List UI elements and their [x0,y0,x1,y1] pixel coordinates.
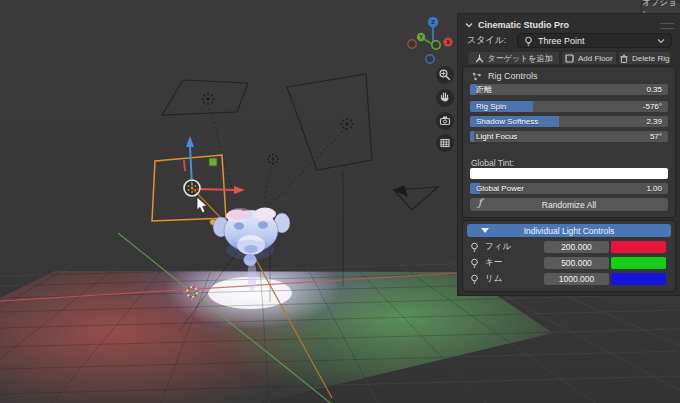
style-label: スタイル: [467,34,517,47]
svg-text:Y: Y [419,34,423,40]
lightbulb-icon [524,36,533,46]
shadow-softness-label: Shadow Softness [476,116,538,127]
panel-header[interactable]: Cinematic Studio Pro [465,18,673,31]
global-tint-label: Global Tint: [471,158,514,168]
gizmo-red-tick[interactable] [184,160,185,171]
zoom-tool-icon[interactable] [436,66,454,84]
rim-light-row: リム 1000.000 [470,273,668,285]
cinematic-studio-panel: Cinematic Studio Pro スタイル: Three Point タ… [458,14,680,295]
nav-z-negative[interactable] [426,55,434,63]
chevron-down-icon [465,22,473,28]
nav-x-negative[interactable] [408,40,416,48]
key-light-power-field[interactable]: 500.000 [544,257,609,269]
triangle-down-icon [481,228,489,233]
fill-light-row: フィル 200.000 [470,241,668,253]
key-light-row: キー 500.000 [470,257,668,269]
rig-action-buttons: ターゲットを追加 Add Floor Delete Rig [467,51,672,65]
panel-drag-grip[interactable] [660,23,674,29]
distance-value: 0.35 [646,84,662,95]
key-light-label: キー [485,257,502,269]
rig-controls-title: Rig Controls [488,71,538,81]
add-target-button[interactable]: ターゲットを追加 [467,51,560,65]
fill-light-label: フィル [485,241,511,253]
global-power-slider[interactable]: Global Power 1.00 [470,183,668,194]
randomize-all-label: Randomize All [542,200,596,210]
shadow-softness-value: 2.39 [646,116,662,127]
delete-rig-label: Delete Rig [632,54,669,63]
rig-spin-label: Rig Spin [476,101,506,112]
rig-spin-value: -576° [643,101,662,112]
light-origin-key [341,118,354,130]
distance-label: 距離 [476,84,492,95]
nav-y-negative[interactable] [432,41,440,49]
blender-window: { "options_tab": "オプション", "panel": { "ti… [0,0,680,403]
light-focus-label: Light Focus [476,131,517,142]
fill-light-power-field[interactable]: 200.000 [544,241,609,253]
randomize-all-button[interactable]: ƒ Randomize All [470,198,668,211]
style-value: Three Point [538,36,652,46]
add-floor-label: Add Floor [578,54,613,63]
add-target-label: ターゲットを追加 [488,53,553,64]
gizmo-x-arrow[interactable] [197,189,235,190]
light-focus-value: 57° [650,131,662,142]
fill-light-color-swatch[interactable] [611,241,666,253]
style-row: スタイル: Three Point [467,34,672,47]
individual-light-controls-header[interactable]: Individual Light Controls [467,224,671,237]
pan-tool-icon[interactable] [436,89,454,107]
individual-light-controls-title: Individual Light Controls [524,226,615,236]
delete-rig-button[interactable]: Delete Rig [618,51,672,65]
add-floor-button[interactable]: Add Floor [561,51,617,65]
rim-light-color-swatch[interactable] [611,273,666,285]
panel-title: Cinematic Studio Pro [478,20,569,30]
chevron-down-icon [657,38,665,44]
gizmo-green-square[interactable] [209,158,217,166]
global-power-value: 1.00 [646,183,662,194]
lightbulb-icon [470,258,479,269]
shadow-softness-slider[interactable]: Shadow Softness 2.39 [470,116,668,127]
target-axes-icon [475,54,484,63]
key-light-color-swatch[interactable] [611,257,666,269]
plane-icon [565,54,574,63]
global-power-label: Global Power [476,183,524,194]
camera-tool-icon[interactable] [436,112,454,130]
grid-perspective-tool-icon[interactable] [436,134,454,152]
rig-controls-box: Rig Controls 距離 0.35 Rig Spin -576° Shad… [463,67,675,217]
rig-controls-header[interactable]: Rig Controls [472,70,538,82]
rim-light-power-field[interactable]: 1000.000 [544,273,609,285]
lightbulb-icon [470,274,479,285]
rig-spin-slider[interactable]: Rig Spin -576° [470,101,668,112]
rig-icon [472,72,482,81]
individual-lights-box: Individual Light Controls フィル 200.000 キー… [463,221,675,291]
distance-slider[interactable]: 距離 0.35 [470,84,668,95]
fcurve-icon: ƒ [478,197,482,208]
svg-text:Z: Z [431,19,435,25]
light-focus-slider[interactable]: Light Focus 57° [470,131,668,142]
rim-light-label: リム [485,273,502,285]
lightbulb-icon [470,242,479,253]
trash-icon [620,54,628,63]
light-origin-fill [202,93,215,105]
global-tint-swatch[interactable] [470,168,668,179]
svg-text:X: X [446,39,450,45]
style-dropdown[interactable]: Three Point [517,33,672,48]
